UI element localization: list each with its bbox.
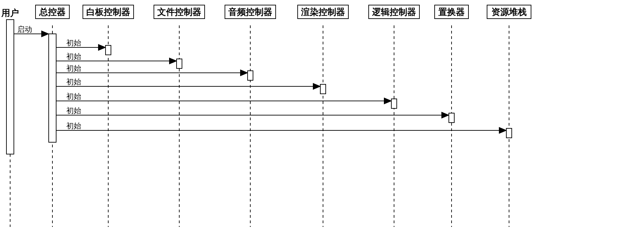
lifeline-logic: 逻辑控制器 xyxy=(369,5,419,227)
msg-label-logic: 初始 xyxy=(66,92,81,101)
lifeline-audio: 音频控制器 xyxy=(225,5,276,227)
activation-stack xyxy=(506,128,512,138)
msg-label-whiteboard: 初始 xyxy=(66,39,81,47)
init-messages-group: 初始初始初始初始初始初始初始 xyxy=(56,39,512,138)
msg-label-file: 初始 xyxy=(66,52,81,61)
lifeline-label-swapper: 置换器 xyxy=(438,7,465,17)
lifeline-label-master: 总控器 xyxy=(39,7,66,17)
lifeline-render: 渲染控制器 xyxy=(298,5,348,227)
msg-init-audio: 初始 xyxy=(56,64,253,80)
lifeline-label-whiteboard: 白板控制器 xyxy=(86,7,130,17)
msg-start-label: 启动 xyxy=(17,25,32,34)
actor-user: 用户 xyxy=(1,8,19,227)
actor-activation xyxy=(6,20,14,154)
actor-label: 用户 xyxy=(1,8,19,18)
msg-label-swapper: 初始 xyxy=(66,106,81,115)
lifeline-file: 文件控制器 xyxy=(154,5,205,227)
activation-whiteboard xyxy=(106,45,111,55)
lifeline-label-file: 文件控制器 xyxy=(157,7,201,17)
msg-label-audio: 初始 xyxy=(66,64,81,72)
activation-audio xyxy=(248,71,253,80)
lifeline-whiteboard: 白板控制器 xyxy=(83,5,134,227)
activation-render xyxy=(320,84,326,94)
msg-init-stack: 初始 xyxy=(56,122,512,138)
activation-swapper xyxy=(449,113,454,123)
msg-start: 启动 xyxy=(14,25,49,34)
msg-init-render: 初始 xyxy=(56,78,326,94)
sequence-diagram: 用户 总控器白板控制器文件控制器音频控制器渲染控制器逻辑控制器置换器资源堆栈 启… xyxy=(0,0,644,233)
msg-label-render: 初始 xyxy=(66,78,81,86)
activation-file xyxy=(177,59,182,68)
msg-init-whiteboard: 初始 xyxy=(56,39,111,55)
activation-logic xyxy=(391,99,397,108)
lifelines-group: 总控器白板控制器文件控制器音频控制器渲染控制器逻辑控制器置换器资源堆栈 xyxy=(36,5,531,227)
msg-init-swapper: 初始 xyxy=(56,106,454,123)
lifeline-label-logic: 逻辑控制器 xyxy=(372,7,416,17)
master-activation xyxy=(49,34,56,142)
msg-label-stack: 初始 xyxy=(66,122,81,130)
lifeline-stack: 资源堆栈 xyxy=(487,5,531,227)
lifeline-label-stack: 资源堆栈 xyxy=(491,7,527,17)
lifeline-label-render: 渲染控制器 xyxy=(301,7,345,17)
lifeline-label-audio: 音频控制器 xyxy=(228,7,272,17)
msg-init-logic: 初始 xyxy=(56,92,397,108)
